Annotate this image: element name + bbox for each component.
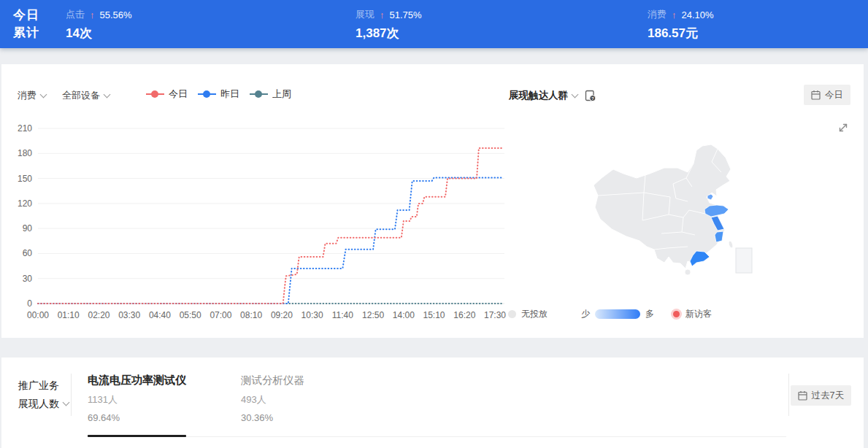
map-legend: 无投放 少 多 新访客	[508, 307, 712, 320]
taiwan-island	[728, 240, 734, 248]
map-title-label: 展现触达人群	[509, 89, 568, 102]
legend-marker-today-icon	[146, 93, 164, 95]
legend-label-yesterday: 昨日	[220, 88, 239, 101]
svg-text:210: 210	[18, 123, 32, 134]
svg-text:17:30: 17:30	[484, 310, 506, 320]
tab-product-1[interactable]: 电流电压功率测试仪 1131人 69.64%	[88, 374, 186, 423]
new-visitor-dot-icon	[673, 311, 680, 317]
chevron-down-icon	[40, 90, 47, 98]
metric-cost-label: 消费	[648, 8, 667, 21]
metric-select[interactable]: 消费	[18, 89, 46, 102]
few-label: 少	[581, 308, 590, 320]
legend-label-lastweek: 上周	[272, 88, 291, 101]
metric-cost-value: 186.57元	[648, 25, 714, 42]
tab-product-2[interactable]: 测试分析仪器 493人 30.36%	[241, 374, 304, 423]
svg-text:12:50: 12:50	[362, 310, 384, 320]
svg-text:01:10: 01:10	[58, 310, 80, 320]
province-tianjin	[707, 194, 713, 200]
device-select[interactable]: 全部设备	[62, 89, 110, 102]
no-delivery-dot-icon	[508, 310, 516, 318]
promotion-business-card: 推广业务 展现人数 电流电压功率测试仪 1131人 69.64% 测试分析仪器 …	[1, 358, 864, 448]
tab-product-2-title: 测试分析仪器	[241, 374, 304, 387]
svg-text:15:10: 15:10	[423, 310, 445, 320]
metric-clicks-label: 点击	[66, 8, 85, 21]
new-visitor-label: 新访客	[685, 308, 712, 320]
china-map[interactable]	[585, 140, 768, 282]
expand-icon[interactable]	[837, 121, 850, 134]
date-range-today-button[interactable]: 今日	[804, 85, 850, 105]
svg-text:02:20: 02:20	[88, 310, 110, 320]
svg-text:?: ?	[591, 96, 594, 100]
tab-product-1-percent: 69.64%	[88, 412, 186, 423]
trend-line-chart: 030609012015018021000:0001:1002:2003:300…	[1, 117, 507, 328]
svg-text:16:20: 16:20	[453, 310, 475, 320]
svg-text:60: 60	[23, 248, 33, 258]
summary-bar: 今日 累计 点击 ↑ 55.56% 14次 展现 ↑ 51.75% 1,387次…	[0, 0, 868, 48]
vertical-divider	[71, 374, 72, 416]
tab-product-2-people: 493人	[241, 393, 304, 406]
legend-label-today: 今日	[169, 88, 188, 101]
up-arrow-icon: ↑	[90, 9, 95, 20]
chevron-down-icon	[104, 90, 111, 98]
south-china-sea-inset	[736, 248, 752, 273]
tabs-divider	[88, 436, 786, 437]
audience-metric-label: 展现人数	[18, 395, 59, 413]
up-arrow-icon: ↑	[380, 9, 385, 20]
no-delivery-label: 无投放	[521, 308, 548, 320]
metric-impressions-change: 51.75%	[390, 9, 422, 20]
calendar-icon	[811, 90, 821, 100]
svg-text:0: 0	[27, 298, 32, 309]
metric-impressions-value: 1,387次	[356, 25, 422, 42]
summary-title-line2: 累计	[13, 24, 39, 42]
svg-text:30: 30	[23, 274, 33, 284]
svg-text:07:00: 07:00	[210, 310, 231, 320]
summary-title: 今日 累计	[13, 7, 39, 42]
up-arrow-icon: ↑	[672, 9, 677, 20]
date-range-today-label: 今日	[825, 89, 843, 101]
svg-text:08:10: 08:10	[240, 310, 262, 320]
svg-text:150: 150	[18, 174, 32, 184]
svg-text:04:40: 04:40	[149, 310, 171, 320]
metric-clicks-change: 55.56%	[100, 9, 132, 20]
svg-text:05:50: 05:50	[180, 310, 201, 320]
calendar-icon	[798, 390, 807, 401]
metric-select-label: 消费	[18, 89, 37, 102]
hainan-island	[685, 269, 691, 275]
svg-text:11:40: 11:40	[332, 310, 353, 320]
density-gradient-icon	[595, 309, 640, 319]
legend-marker-yesterday-icon	[198, 93, 216, 95]
tab-product-1-title: 电流电压功率测试仪	[88, 374, 186, 387]
province-shandong	[704, 205, 729, 217]
chevron-down-icon	[572, 90, 579, 98]
svg-text:03:30: 03:30	[118, 310, 140, 320]
promotion-business-line1: 推广业务	[18, 376, 69, 395]
metric-cost-change: 24.10%	[682, 9, 714, 20]
promotion-business-label: 推广业务 展现人数	[18, 376, 69, 413]
legend-item-today[interactable]: 今日	[146, 88, 188, 101]
vertical-divider	[788, 374, 789, 416]
trend-legend: 今日 昨日 上周	[146, 88, 291, 101]
metric-cost: 消费 ↑ 24.10% 186.57元	[648, 7, 714, 42]
past-7-days-button[interactable]: 过去7天	[791, 385, 851, 406]
metric-impressions-label: 展现	[356, 8, 375, 21]
svg-text:00:00: 00:00	[27, 310, 49, 320]
legend-item-lastweek[interactable]: 上周	[250, 88, 291, 101]
audience-metric-select[interactable]: 展现人数	[18, 395, 69, 413]
province-zhejiang	[715, 231, 723, 242]
map-audience-select[interactable]: 展现触达人群 ?	[509, 89, 596, 102]
legend-item-yesterday[interactable]: 昨日	[198, 88, 239, 101]
past-7-days-label: 过去7天	[812, 390, 844, 402]
legend-marker-lastweek-icon	[250, 93, 268, 95]
tab-product-2-percent: 30.36%	[241, 412, 304, 423]
svg-text:14:00: 14:00	[393, 310, 415, 320]
help-doc-icon[interactable]: ?	[585, 90, 596, 102]
metric-clicks-value: 14次	[66, 25, 132, 42]
svg-text:120: 120	[18, 198, 32, 209]
tab-product-1-people: 1131人	[88, 393, 186, 406]
many-label: 多	[645, 308, 654, 320]
metric-clicks: 点击 ↑ 55.56% 14次	[66, 7, 132, 42]
svg-text:180: 180	[18, 148, 32, 158]
chevron-down-icon	[63, 399, 70, 406]
summary-title-line1: 今日	[13, 7, 39, 24]
metric-impressions: 展现 ↑ 51.75% 1,387次	[356, 7, 422, 42]
